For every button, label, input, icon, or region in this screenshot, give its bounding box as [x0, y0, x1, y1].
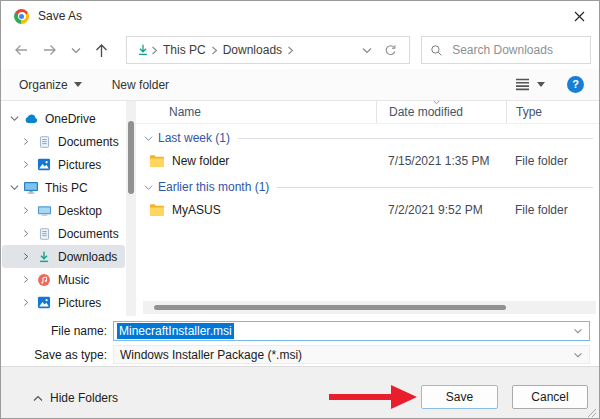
up-button[interactable]: [94, 43, 109, 58]
history-dropdown-icon: [71, 47, 81, 54]
sidebar-item-label: Pictures: [58, 158, 101, 172]
chrome-logo-icon: [14, 9, 29, 24]
sidebar-item-pictures[interactable]: Pictures: [2, 291, 125, 314]
save-as-type-label: Save as type:: [1, 348, 113, 362]
horizontal-scrollbar[interactable]: [143, 301, 596, 314]
cancel-button[interactable]: Cancel: [512, 385, 588, 409]
desktop-icon: [36, 203, 52, 219]
breadcrumb-this-pc[interactable]: This PC: [159, 43, 210, 57]
pictures-icon: [36, 157, 52, 173]
forward-arrow-icon: [42, 43, 58, 57]
navigation-pane: OneDrive Documents Pictures This PC: [1, 101, 126, 316]
recent-locations-button[interactable]: [71, 47, 81, 54]
search-box[interactable]: Search Downloads: [421, 36, 591, 64]
dropdown-caret-icon: [74, 82, 82, 87]
sidebar-item-documents-onedrive[interactable]: Documents: [2, 130, 125, 153]
sidebar-item-onedrive[interactable]: OneDrive: [2, 107, 125, 130]
chevron-right-icon[interactable]: [23, 160, 36, 169]
chevron-down-icon[interactable]: [10, 115, 23, 122]
file-type: File folder: [506, 203, 599, 217]
group-label: Last week (1): [158, 131, 230, 145]
downloads-location-icon: [136, 43, 150, 57]
sidebar-item-label: Desktop: [58, 204, 102, 218]
red-arrow-annotation: [327, 382, 419, 412]
save-as-type-select[interactable]: Windows Installer Package (*.msi): [113, 345, 590, 364]
back-arrow-icon: [13, 43, 29, 57]
chevron-down-icon[interactable]: [10, 184, 23, 191]
sidebar-scrollbar[interactable]: [126, 101, 136, 316]
sidebar-item-label: Documents: [58, 227, 119, 241]
save-as-type-value: Windows Installer Package (*.msi): [120, 348, 302, 362]
sidebar-item-this-pc[interactable]: This PC: [2, 176, 125, 199]
column-header-type[interactable]: Type: [506, 101, 599, 123]
column-headers: Name Date modified Type: [136, 101, 599, 124]
breadcrumb-chevron-icon: [211, 46, 218, 55]
chevron-up-icon: [33, 395, 43, 402]
sidebar-item-downloads[interactable]: Downloads: [2, 245, 125, 268]
sidebar-item-label: OneDrive: [45, 112, 96, 126]
chevron-down-icon: [573, 352, 583, 358]
command-toolbar: Organize New folder ?: [1, 69, 599, 101]
back-button[interactable]: [13, 43, 29, 57]
breadcrumb-downloads[interactable]: Downloads: [219, 43, 286, 57]
file-name-value: MinecraftInstaller.msi: [117, 323, 234, 339]
folder-icon: [149, 153, 165, 169]
chevron-right-icon[interactable]: [23, 137, 36, 146]
sidebar-item-label: Documents: [58, 135, 119, 149]
hide-folders-button[interactable]: Hide Folders: [33, 391, 118, 405]
group-header-earlier-this-month[interactable]: Earlier this month (1): [136, 176, 599, 198]
sidebar-item-label: Pictures: [58, 296, 101, 310]
chevron-right-icon[interactable]: [23, 206, 36, 215]
group-label: Earlier this month (1): [158, 180, 269, 194]
new-folder-button[interactable]: New folder: [112, 78, 169, 92]
refresh-button[interactable]: [378, 44, 403, 57]
sort-indicator-icon: [432, 101, 441, 105]
file-row-myasus[interactable]: MyASUS 7/2/2021 9:52 PM File folder: [136, 198, 599, 222]
search-icon: [430, 44, 443, 57]
file-date-modified: 7/15/2021 1:35 PM: [376, 154, 506, 168]
group-header-last-week[interactable]: Last week (1): [136, 127, 599, 149]
sidebar-item-music[interactable]: Music: [2, 268, 125, 291]
file-name: New folder: [172, 154, 229, 168]
downloads-icon: [36, 249, 52, 265]
address-bar[interactable]: This PC Downloads: [126, 36, 410, 64]
help-button[interactable]: ?: [567, 76, 584, 93]
change-view-button[interactable]: [515, 78, 545, 91]
sidebar-item-pictures-onedrive[interactable]: Pictures: [2, 153, 125, 176]
sidebar-scrollbar-thumb[interactable]: [128, 121, 134, 194]
chevron-down-icon: [144, 184, 158, 191]
sidebar-item-desktop[interactable]: Desktop: [2, 199, 125, 222]
column-header-name[interactable]: Name: [136, 105, 376, 119]
forward-button[interactable]: [42, 43, 58, 57]
chevron-right-icon[interactable]: [23, 275, 36, 284]
save-button[interactable]: Save: [421, 385, 498, 409]
sidebar-item-documents[interactable]: Documents: [2, 222, 125, 245]
file-fields: File name: MinecraftInstaller.msi Save a…: [1, 316, 599, 366]
address-dropdown-icon: [362, 47, 372, 54]
sidebar-item-label: Downloads: [58, 250, 117, 264]
file-name-input[interactable]: MinecraftInstaller.msi: [113, 321, 590, 341]
breadcrumb-chevron-icon: [287, 46, 294, 55]
hide-folders-label: Hide Folders: [50, 391, 118, 405]
document-icon: [36, 134, 52, 150]
horizontal-scrollbar-thumb[interactable]: [154, 305, 506, 310]
chevron-right-icon[interactable]: [23, 229, 36, 238]
file-name: MyASUS: [172, 203, 221, 217]
organize-label: Organize: [19, 78, 68, 92]
chevron-right-icon[interactable]: [23, 252, 36, 261]
file-row-new-folder[interactable]: New folder 7/15/2021 1:35 PM File folder: [136, 149, 599, 173]
window-title: Save As: [38, 9, 82, 23]
file-date-modified: 7/2/2021 9:52 PM: [376, 203, 506, 217]
chevron-down-icon[interactable]: [573, 328, 583, 334]
dropdown-caret-icon: [537, 82, 545, 87]
column-header-date-modified[interactable]: Date modified: [376, 101, 506, 123]
computer-icon: [23, 180, 39, 196]
address-dropdown-button[interactable]: [356, 47, 378, 54]
search-placeholder: Search Downloads: [452, 43, 553, 57]
chevron-right-icon[interactable]: [23, 298, 36, 307]
close-button[interactable]: [559, 1, 599, 31]
organize-button[interactable]: Organize: [19, 78, 82, 92]
file-type: File folder: [506, 154, 599, 168]
chevron-down-icon: [144, 135, 158, 142]
resize-grip[interactable]: [587, 408, 597, 418]
